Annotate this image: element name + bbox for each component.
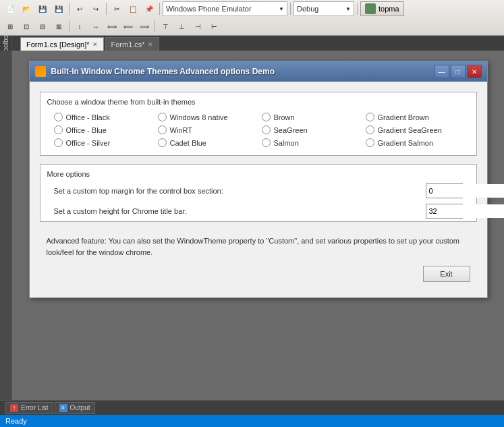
tb2-btn11[interactable]: ⊥ <box>174 19 189 34</box>
radio-circle-10 <box>262 138 271 147</box>
tab-design[interactable]: Form1.cs [Design]* ✕ <box>20 37 104 51</box>
radio-item-3[interactable]: Gradient Brown <box>366 113 463 121</box>
undo-btn[interactable]: ↩ <box>72 1 87 16</box>
tb2-btn10[interactable]: ⊤ <box>158 19 173 34</box>
radio-item-9[interactable]: Cadet Blue <box>158 138 255 147</box>
radio-circle-7 <box>366 125 374 134</box>
radio-circle-0 <box>54 113 63 121</box>
output-icon: ≡ <box>59 404 67 412</box>
paste-btn[interactable]: 📌 <box>142 1 157 16</box>
radio-label-6: SeaGreen <box>274 126 308 134</box>
radio-label-9: Cadet Blue <box>170 139 206 147</box>
save-btn[interactable]: 💾 <box>35 1 50 16</box>
exit-button[interactable]: Exit <box>423 266 470 282</box>
toolbar-row1: 📄 📂 💾 💾 ↩ ↪ ✂ 📋 📌 Windows Phone Emulator… <box>0 0 504 18</box>
tab-design-close-icon[interactable]: ✕ <box>92 41 98 48</box>
error-list-tab[interactable]: ! Error List <box>5 402 53 414</box>
dialog-title: Built-in Window Chrome Themes Advanced o… <box>51 67 429 76</box>
radio-circle-6 <box>262 125 271 134</box>
radio-label-8: Office - Silver <box>66 139 111 147</box>
status-bar: Ready <box>0 415 504 427</box>
error-list-label: Error List <box>21 404 49 411</box>
tb2-btn5[interactable]: ↕ <box>72 19 87 34</box>
height-input[interactable] <box>426 204 505 218</box>
debug-dropdown[interactable]: Debug ▼ <box>293 1 354 16</box>
radio-label-1: Windows 8 native <box>170 113 228 121</box>
debug-arrow-icon: ▼ <box>345 6 351 12</box>
toolbar-area: 📄 📂 💾 💾 ↩ ↪ ✂ 📋 📌 Windows Phone Emulator… <box>0 0 504 36</box>
main-area: Built-in Window Chrome Themes Advanced o… <box>0 51 504 400</box>
radio-item-7[interactable]: Gradient SeaGreen <box>366 125 463 134</box>
maximize-icon: □ <box>455 68 459 76</box>
radio-circle-3 <box>366 113 374 121</box>
sep3 <box>159 3 160 15</box>
height-spinner[interactable]: ▲ ▼ <box>426 204 463 219</box>
debug-label: Debug <box>297 5 318 13</box>
sep6 <box>69 20 69 32</box>
tb2-btn9[interactable]: ⟹ <box>137 19 152 34</box>
height-row: Set a custom height for Chrome title bar… <box>40 201 476 221</box>
exit-row: Exit <box>40 263 477 287</box>
new-file-btn[interactable]: 📄 <box>3 1 18 16</box>
radio-label-10: Salmon <box>274 139 299 147</box>
cut-btn[interactable]: ✂ <box>109 1 124 16</box>
sep5 <box>357 3 358 15</box>
dialog-close-btn[interactable]: ✕ <box>467 65 482 78</box>
tb2-btn12[interactable]: ⊣ <box>190 19 205 34</box>
redo-btn[interactable]: ↪ <box>88 1 103 16</box>
output-tab[interactable]: ≡ Output <box>55 402 95 414</box>
margin-spinner[interactable]: ▲ ▼ <box>426 183 463 198</box>
emulator-dropdown[interactable]: Windows Phone Emulator ▼ <box>163 1 287 16</box>
radio-circle-1 <box>158 113 167 121</box>
minimize-icon: — <box>439 68 445 76</box>
left-panel <box>0 51 12 400</box>
bottom-bar: ! Error List ≡ Output <box>0 400 504 415</box>
tb2-btn2[interactable]: ⊡ <box>19 19 34 34</box>
dialog-controls: — □ ✕ <box>435 65 482 78</box>
radio-item-11[interactable]: Gradient Salmon <box>366 138 463 147</box>
margin-input[interactable] <box>426 184 505 198</box>
user-avatar <box>365 3 376 14</box>
error-list-icon: ! <box>10 404 18 412</box>
radio-label-3: Gradient Brown <box>378 113 429 121</box>
radio-item-0[interactable]: Office - Black <box>54 113 151 121</box>
toolbox-panel[interactable]: Toolbox <box>0 36 12 51</box>
radio-label-2: Brown <box>274 113 295 121</box>
theme-group-title: Choose a window theme from built-in them… <box>40 92 476 109</box>
dialog-minimize-btn[interactable]: — <box>435 65 449 78</box>
radio-item-10[interactable]: Salmon <box>262 138 359 147</box>
radio-item-1[interactable]: Windows 8 native <box>158 113 255 121</box>
tb2-btn8[interactable]: ⟸ <box>121 19 136 34</box>
tabs-area: Toolbox Form1.cs [Design]* ✕ Form1.cs* ✕ <box>0 36 504 51</box>
status-text: Ready <box>5 417 27 425</box>
tb2-btn3[interactable]: ⊟ <box>35 19 50 34</box>
sep2 <box>106 3 107 15</box>
radio-item-4[interactable]: Office - Blue <box>54 125 151 134</box>
tab-code[interactable]: Form1.cs* ✕ <box>105 37 159 51</box>
tb2-btn6[interactable]: ↔ <box>88 19 103 34</box>
radio-label-0: Office - Black <box>66 113 110 121</box>
tab-code-label: Form1.cs* <box>111 40 145 49</box>
radio-circle-9 <box>158 138 167 147</box>
output-label: Output <box>70 404 90 411</box>
dialog-body: Choose a window theme from built-in them… <box>30 82 487 297</box>
user-label: topma <box>379 5 399 13</box>
radio-item-5[interactable]: WinRT <box>158 125 255 134</box>
tb2-btn13[interactable]: ⊢ <box>206 19 221 34</box>
emulator-label: Windows Phone Emulator <box>166 5 252 13</box>
open-btn[interactable]: 📂 <box>19 1 34 16</box>
margin-row: Set a custom top margin for the control … <box>40 181 476 201</box>
user-btn[interactable]: topma <box>360 1 404 16</box>
dialog-maximize-btn[interactable]: □ <box>451 65 466 78</box>
tb2-btn4[interactable]: ⊠ <box>51 19 66 34</box>
tb2-btn7[interactable]: ⟺ <box>105 19 119 34</box>
save-all-btn[interactable]: 💾 <box>51 1 66 16</box>
radio-item-2[interactable]: Brown <box>262 113 359 121</box>
height-label: Set a custom height for Chrome title bar… <box>54 207 419 215</box>
radio-circle-2 <box>262 113 271 121</box>
radio-circle-5 <box>158 125 167 134</box>
radio-item-8[interactable]: Office - Silver <box>54 138 151 147</box>
copy-btn[interactable]: 📋 <box>125 1 140 16</box>
radio-item-6[interactable]: SeaGreen <box>262 125 359 134</box>
tab-code-close-icon[interactable]: ✕ <box>148 41 153 48</box>
